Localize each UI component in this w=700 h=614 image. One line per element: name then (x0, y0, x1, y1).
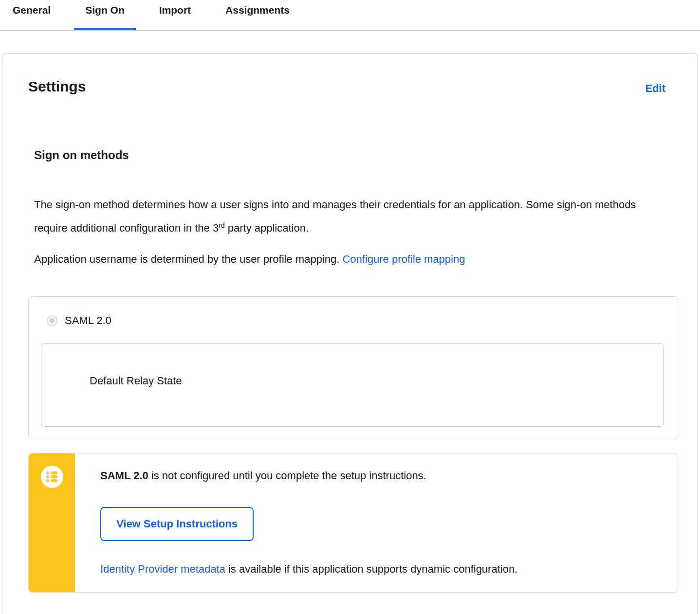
username-note-text: Application username is determined by th… (34, 253, 342, 265)
description-text-end: party application. (225, 222, 309, 234)
warning-message: SAML 2.0 is not configured until you com… (100, 469, 658, 483)
sign-on-methods-heading: Sign on methods (34, 148, 678, 162)
description-superscript: rd (219, 221, 224, 229)
warning-message-bold: SAML 2.0 (100, 470, 148, 482)
saml-radio-label: SAML 2.0 (65, 314, 111, 327)
settings-card-header: Settings Edit (2, 54, 698, 95)
tab-general[interactable]: General (1, 0, 62, 30)
tab-sign-on[interactable]: Sign On (74, 0, 136, 30)
list-icon (41, 466, 63, 488)
metadata-note: Identity Provider metadata is available … (100, 562, 658, 576)
settings-card-body: Sign on methods The sign-on method deter… (2, 148, 698, 614)
settings-card: Settings Edit Sign on methods The sign-o… (2, 54, 698, 614)
warning-content: SAML 2.0 is not configured until you com… (75, 453, 678, 592)
sign-on-description: The sign-on method determines how a user… (34, 193, 638, 240)
saml-warning-banner: SAML 2.0 is not configured until you com… (28, 453, 678, 593)
tab-bar: General Sign On Import Assignments (0, 0, 700, 31)
warning-message-text: is not configured until you complete the… (148, 470, 426, 482)
default-relay-state-box: Default Relay State (41, 343, 664, 427)
saml-radio-row: SAML 2.0 (47, 313, 664, 328)
identity-provider-metadata-link[interactable]: Identity Provider metadata (100, 563, 225, 575)
configure-profile-mapping-link[interactable]: Configure profile mapping (342, 253, 465, 265)
description-text: The sign-on method determines how a user… (34, 199, 636, 234)
default-relay-state-label: Default Relay State (90, 375, 182, 387)
warning-stripe (29, 453, 75, 592)
metadata-note-text: is available if this application support… (225, 563, 517, 575)
tab-import[interactable]: Import (148, 0, 202, 30)
edit-link[interactable]: Edit (645, 82, 665, 95)
saml-radio[interactable] (47, 315, 57, 326)
username-note: Application username is determined by th… (34, 248, 638, 271)
page-title: Settings (28, 78, 86, 95)
saml-method-box: SAML 2.0 Default Relay State (28, 296, 678, 439)
view-setup-instructions-button[interactable]: View Setup Instructions (100, 507, 254, 541)
tab-assignments[interactable]: Assignments (214, 0, 301, 30)
